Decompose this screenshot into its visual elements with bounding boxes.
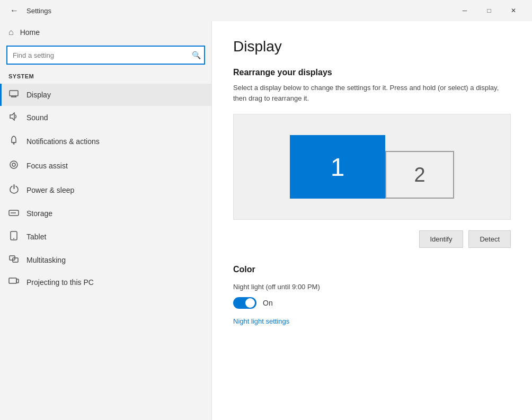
svg-point-8	[12, 163, 15, 166]
sidebar-item-label: Notifications & actions	[26, 137, 100, 146]
sidebar-item-sound[interactable]: Sound	[0, 106, 211, 129]
toggle-thumb	[245, 298, 255, 308]
night-light-toggle[interactable]	[233, 297, 256, 309]
app-title: Settings	[26, 7, 51, 15]
sidebar-section-title: System	[0, 71, 211, 84]
minimize-button[interactable]: ─	[453, 0, 477, 21]
search-icon: 🔍	[192, 51, 201, 59]
back-icon: ←	[10, 6, 19, 15]
sidebar-item-projecting[interactable]: Projecting to this PC	[0, 271, 211, 293]
search-box: 🔍	[6, 46, 205, 65]
identify-button[interactable]: Identify	[419, 230, 464, 248]
sidebar-item-label: Focus assist	[26, 162, 68, 170]
sidebar-item-label: Power & sleep	[26, 186, 74, 194]
sidebar-item-label: Sound	[26, 113, 48, 122]
svg-point-12	[13, 238, 14, 239]
search-input[interactable]	[6, 46, 205, 65]
sidebar-item-label: Tablet	[26, 233, 46, 241]
main-container: Home 🔍 System Display Sound Notifica	[0, 21, 532, 420]
maximize-button[interactable]: □	[477, 0, 501, 21]
sound-icon	[8, 112, 19, 123]
svg-rect-15	[9, 278, 16, 283]
detect-button[interactable]: Detect	[468, 230, 511, 248]
monitors-container: 1 2	[290, 135, 454, 199]
toggle-label: On	[263, 299, 273, 307]
window-controls: ─ □ ✕	[453, 0, 526, 21]
display-preview: 1 2	[233, 114, 511, 220]
rearrange-heading: Rearrange your displays	[233, 68, 511, 77]
close-icon: ✕	[511, 7, 516, 14]
sidebar-item-storage[interactable]: Storage	[0, 202, 211, 225]
search-button[interactable]: 🔍	[190, 49, 203, 61]
sidebar-item-display[interactable]: Display	[0, 84, 211, 106]
sidebar-item-focus[interactable]: Focus assist	[0, 154, 211, 178]
sidebar-item-notifications[interactable]: Notifications & actions	[0, 129, 211, 154]
rearrange-desc: Select a display below to change the set…	[233, 83, 511, 103]
titlebar: ← Settings ─ □ ✕	[0, 0, 532, 21]
svg-line-6	[13, 144, 14, 145]
sidebar-item-label: Projecting to this PC	[26, 278, 94, 287]
svg-point-7	[10, 161, 17, 168]
focus-icon	[8, 160, 19, 172]
sidebar-item-label: Multitasking	[26, 256, 66, 264]
display-icon	[8, 90, 19, 100]
monitor-1[interactable]: 1	[290, 135, 385, 199]
notifications-icon	[8, 136, 19, 147]
color-heading: Color	[233, 265, 511, 274]
night-light-toggle-row: On	[233, 297, 511, 309]
sidebar-item-home[interactable]: Home	[0, 21, 211, 43]
display-actions: Identify Detect	[233, 230, 511, 248]
close-button[interactable]: ✕	[501, 0, 526, 21]
projecting-icon	[8, 278, 19, 287]
svg-rect-0	[10, 91, 18, 96]
monitor-2-label: 2	[414, 164, 425, 186]
multitasking-icon	[8, 255, 19, 265]
page-title: Display	[233, 38, 511, 55]
minimize-icon: ─	[463, 7, 467, 14]
svg-rect-16	[16, 279, 19, 283]
home-label: Home	[20, 28, 40, 37]
night-light-label: Night light (off until 9:00 PM)	[233, 283, 511, 291]
tablet-icon	[8, 231, 19, 243]
sidebar-item-multitasking[interactable]: Multitasking	[0, 249, 211, 271]
sidebar-item-power[interactable]: Power & sleep	[0, 178, 211, 202]
storage-icon	[8, 209, 19, 218]
sidebar-item-label: Display	[26, 91, 51, 99]
content-area: Display Rearrange your displays Select a…	[212, 21, 532, 420]
home-icon	[8, 28, 14, 37]
maximize-icon: □	[487, 7, 491, 14]
back-button[interactable]: ←	[6, 3, 22, 19]
sidebar-item-tablet[interactable]: Tablet	[0, 225, 211, 249]
sidebar: Home 🔍 System Display Sound Notifica	[0, 21, 212, 420]
power-icon	[8, 184, 19, 196]
monitor-2[interactable]: 2	[385, 151, 454, 199]
sidebar-item-label: Storage	[26, 209, 52, 218]
night-light-settings-link[interactable]: Night light settings	[233, 317, 289, 325]
svg-marker-4	[10, 113, 14, 120]
monitor-1-label: 1	[331, 153, 345, 182]
